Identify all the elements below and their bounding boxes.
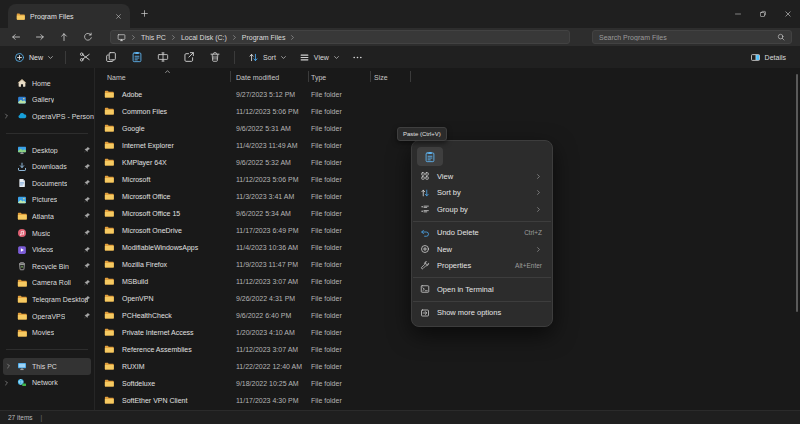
file-row-adobe[interactable]: Adobe9/27/2023 5:12 PMFile folder [96, 85, 800, 102]
file-row-ruxim[interactable]: RUXIM11/22/2022 12:40 AMFile folder [96, 357, 800, 374]
new-tab-button[interactable] [140, 9, 149, 18]
address-bar[interactable]: This PCLocal Disk (C:)Program Files [110, 30, 570, 44]
paste-button[interactable] [417, 147, 443, 166]
cut-button[interactable] [73, 48, 97, 66]
new-button[interactable]: New [10, 48, 58, 66]
pin-icon [83, 262, 91, 270]
more-options-button[interactable] [346, 48, 370, 66]
search-input[interactable] [599, 34, 773, 41]
column-header-separator[interactable] [410, 71, 411, 82]
sidebar-item-label: Movies [32, 329, 54, 336]
sidebar-item-documents[interactable]: Documents [0, 175, 94, 192]
pin-icon [83, 179, 91, 187]
sidebar-item-music[interactable]: Music [0, 225, 94, 242]
sidebar-item-downloads[interactable]: Downloads [0, 158, 94, 175]
sidebar-item-operavps[interactable]: OperaVPS [0, 308, 94, 325]
file-date-modified: 9/27/2023 5:12 PM [236, 90, 295, 97]
share-button[interactable] [177, 48, 201, 66]
sidebar-item-desktop[interactable]: Desktop [0, 142, 94, 159]
restore-icon [759, 10, 767, 18]
column-header-type[interactable]: Type [311, 73, 326, 80]
status-bar: 27 items | [0, 410, 800, 424]
arrow-left-button[interactable] [5, 29, 26, 45]
breadcrumb-item-program-files[interactable]: Program Files [242, 34, 286, 41]
file-row-google[interactable]: Google9/6/2022 5:31 AMFile folder [96, 119, 800, 136]
sidebar-item-label: OperaVPS - Personal [32, 113, 94, 120]
file-type: File folder [311, 362, 342, 369]
refresh-button[interactable] [77, 29, 98, 45]
file-row-common-files[interactable]: Common Files11/12/2023 5:06 PMFile folde… [96, 102, 800, 119]
sidebar-item-this-pc[interactable]: This PC [3, 358, 91, 375]
sidebar-item-videos[interactable]: Videos [0, 241, 94, 258]
minimize-icon [734, 10, 742, 18]
delete-button[interactable] [203, 48, 227, 66]
menu-item-group-by[interactable]: Group by [412, 201, 552, 218]
sidebar-item-gallery[interactable]: Gallery [0, 92, 94, 109]
folder-icon [104, 395, 114, 405]
sidebar-item-pictures[interactable]: Pictures [0, 192, 94, 209]
menu-item-show-more-options[interactable]: Show more options [412, 305, 552, 322]
column-header-separator[interactable] [230, 71, 231, 82]
sort-button[interactable]: Sort [242, 48, 293, 66]
details-pane-button[interactable]: Details [746, 48, 790, 66]
arrow-up-button[interactable] [53, 29, 74, 45]
chevron-right-icon[interactable] [3, 379, 10, 386]
sidebar-item-movies[interactable]: Movies [0, 324, 94, 341]
explorer-tab[interactable]: Program Files [8, 4, 130, 28]
vertical-scrollbar[interactable] [796, 74, 798, 312]
file-type: File folder [311, 90, 342, 97]
minimize-button[interactable] [725, 0, 750, 28]
sidebar-item-operavps-personal[interactable]: OperaVPS - Personal [0, 108, 94, 125]
properties-icon [420, 261, 430, 271]
tab-close-button[interactable] [112, 10, 124, 22]
sidebar-item-home[interactable]: Home [0, 75, 94, 92]
menu-item-view[interactable]: View [412, 168, 552, 185]
menu-item-new[interactable]: New [412, 241, 552, 258]
paste-tooltip: Paste (Ctrl+V) [397, 127, 447, 141]
network-icon [17, 378, 27, 388]
chevron-right-icon [231, 34, 238, 41]
menu-item-undo-delete[interactable]: Undo DeleteCtrl+Z [412, 225, 552, 242]
folder-icon [104, 378, 114, 388]
breadcrumb-item-this-pc[interactable]: This PC [141, 34, 166, 41]
sidebar-item-network[interactable]: Network [0, 375, 94, 392]
sidebar-item-label: Recycle Bin [32, 263, 69, 270]
sort-button-label: Sort [263, 54, 276, 61]
tab-title: Program Files [30, 13, 107, 20]
search-box[interactable] [592, 30, 792, 44]
file-row-softether-vpn-client[interactable]: SoftEther VPN Client11/17/2023 4:30 PMFi… [96, 391, 800, 408]
file-name: Microsoft Office [122, 192, 171, 199]
column-header-size[interactable]: Size [374, 73, 388, 80]
close-button[interactable] [775, 0, 800, 28]
folder-icon [17, 211, 27, 221]
copy-button[interactable] [99, 48, 123, 66]
file-name: MSBuild [122, 277, 148, 284]
chevron-right-icon [170, 34, 177, 41]
music-icon [17, 228, 27, 238]
sidebar-item-camera-roll[interactable]: Camera Roll [0, 275, 94, 292]
titlebar[interactable]: Program Files [0, 0, 800, 28]
file-date-modified: 11/12/2023 5:06 PM [236, 107, 299, 114]
file-row-softdeluxe[interactable]: Softdeluxe9/18/2022 10:25 AMFile folder [96, 374, 800, 391]
breadcrumb-item-local-disk-c[interactable]: Local Disk (C:) [181, 34, 227, 41]
column-header-separator[interactable] [370, 71, 371, 82]
column-header-name[interactable]: Name [107, 73, 126, 80]
chevron-right-icon[interactable] [3, 113, 10, 120]
restore-button[interactable] [750, 0, 775, 28]
menu-item-properties[interactable]: PropertiesAlt+Enter [412, 258, 552, 275]
rename-button[interactable] [151, 48, 175, 66]
column-header-date-modified[interactable]: Date modified [236, 73, 279, 80]
menu-item-sort-by[interactable]: Sort by [412, 185, 552, 202]
chevron-right-icon[interactable] [5, 363, 12, 370]
file-date-modified: 11/17/2023 4:30 PM [236, 396, 299, 403]
sidebar-item-atlanta[interactable]: Atlanta [0, 208, 94, 225]
sidebar-item-recycle-bin[interactable]: Recycle Bin [0, 258, 94, 275]
menu-item-open-in-terminal[interactable]: Open in Terminal [412, 281, 552, 298]
view-button[interactable]: View [293, 48, 346, 66]
paste-button[interactable] [125, 48, 149, 66]
context-menu-quick-actions [412, 145, 552, 168]
sidebar-item-telegram-desktop[interactable]: Telegram Desktop [0, 291, 94, 308]
arrow-right-button[interactable] [29, 29, 50, 45]
file-row-reference-assemblies[interactable]: Reference Assemblies11/12/2023 3:07 AMFi… [96, 340, 800, 357]
column-header-separator[interactable] [308, 71, 309, 82]
